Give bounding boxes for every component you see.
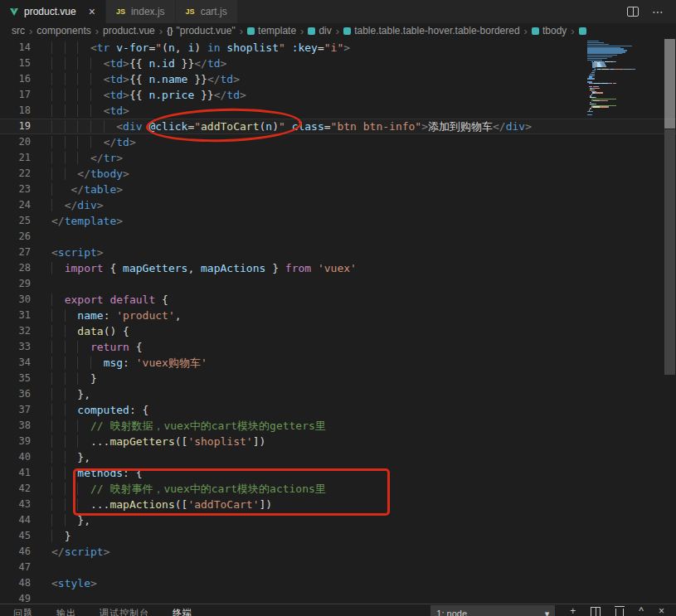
line-number[interactable]: 30 (0, 292, 31, 308)
more-actions-icon[interactable]: ⋯ (652, 7, 664, 17)
line-number[interactable]: 34 (0, 355, 31, 371)
close-icon[interactable]: × (89, 5, 95, 18)
panel-tab-终端[interactable]: 终端 (173, 607, 192, 616)
line-number[interactable]: 18 (0, 103, 31, 119)
breadcrumb-item-table.table.table-hover.table-bordered[interactable]: table.table.table-hover.table-bordered (343, 25, 519, 36)
breadcrumb-item-div[interactable]: div (308, 25, 331, 36)
code-line[interactable]: </template> (51, 213, 532, 229)
code-line[interactable]: } (51, 371, 532, 386)
breadcrumb-label: "product.vue" (176, 25, 235, 36)
code-line[interactable]: msg: 'vuex购物车' (51, 355, 532, 371)
chevron-up-icon[interactable]: ^ (639, 605, 644, 616)
panel-tab-问题[interactable]: 问题 (13, 607, 33, 616)
line-number[interactable]: 17 (0, 87, 31, 103)
split-terminal-icon[interactable] (591, 607, 601, 616)
split-editor-icon[interactable] (627, 7, 639, 17)
code-line[interactable]: } (51, 528, 532, 544)
panel-tab-调试控制台[interactable]: 调试控制台 (100, 607, 149, 616)
breadcrumb-item-components[interactable]: components (36, 25, 90, 36)
trash-icon[interactable] (615, 609, 624, 616)
code-line[interactable]: // 映射数据，vuex中的cart模块的getters里 (51, 418, 532, 434)
line-number[interactable]: 32 (0, 323, 31, 339)
tab-index.js[interactable]: JSindex.js (106, 0, 176, 23)
line-numbers[interactable]: 1415161718192021222324252627282930313233… (0, 40, 38, 604)
code-line[interactable]: <style> (51, 575, 532, 591)
code-line[interactable] (51, 276, 532, 292)
code-line[interactable]: ...mapGetters(['shoplist']) (51, 434, 532, 449)
editor[interactable]: 1415161718192021222324252627282930313233… (0, 38, 676, 604)
line-number[interactable]: 23 (0, 182, 31, 197)
tab-cart.js[interactable]: JScart.js (176, 0, 238, 23)
code-line[interactable]: }, (51, 449, 532, 465)
token (311, 262, 318, 274)
line-number[interactable]: 46 (0, 544, 31, 560)
code-line[interactable]: import { mapGetters, mapActions } from '… (51, 260, 532, 276)
minimap-segment (594, 78, 595, 79)
breadcrumb-item-src[interactable]: src (12, 25, 25, 36)
line-number[interactable]: 27 (0, 245, 31, 260)
line-number[interactable]: 15 (0, 56, 31, 71)
line-number[interactable]: 29 (0, 276, 31, 292)
minimap[interactable] (585, 41, 661, 118)
line-number[interactable]: 49 (0, 591, 31, 604)
line-number[interactable]: 14 (0, 40, 31, 56)
line-number[interactable]: 26 (0, 229, 31, 245)
line-number[interactable]: 40 (0, 449, 31, 465)
line-number[interactable]: 41 (0, 465, 31, 481)
code-line[interactable]: <td>{{ n.id }}</td> (51, 56, 532, 71)
line-number[interactable]: 47 (0, 560, 31, 575)
code-line[interactable]: </table> (51, 182, 532, 197)
code-line[interactable]: <tr v-for="(n, i) in shoplist" :key="i"> (51, 40, 532, 56)
line-number[interactable]: 21 (0, 150, 31, 166)
code-line[interactable]: name: 'product', (51, 308, 532, 323)
code-line[interactable]: </div> (51, 197, 532, 213)
breadcrumb-item-tbody[interactable]: tbody (532, 25, 567, 36)
code-line[interactable]: <td>{{ n.name }}</td> (51, 71, 532, 87)
line-number[interactable]: 44 (0, 512, 31, 528)
line-number[interactable]: 37 (0, 402, 31, 418)
minimap-segment (594, 74, 595, 75)
line-number[interactable]: 33 (0, 339, 31, 355)
code-line[interactable]: <td>{{ n.price }}</td> (51, 87, 532, 103)
code-line[interactable]: <script> (51, 245, 532, 260)
code-line[interactable] (51, 560, 532, 575)
line-number[interactable]: 20 (0, 134, 31, 150)
code-line[interactable] (51, 591, 532, 604)
panel-tab-输出[interactable]: 输出 (56, 607, 76, 616)
code-line[interactable]: </td> (51, 134, 532, 150)
line-number[interactable]: 28 (0, 260, 31, 276)
code-line[interactable]: </tr> (51, 150, 532, 166)
breadcrumb-item-"product.vue"[interactable]: {}"product.vue" (167, 25, 236, 36)
line-number[interactable]: 24 (0, 197, 31, 213)
line-number[interactable]: 43 (0, 497, 31, 512)
code-line[interactable]: </tbody> (51, 166, 532, 182)
code-line[interactable]: export default { (51, 292, 532, 308)
code-line[interactable]: computed: { (51, 402, 532, 418)
line-number[interactable]: 25 (0, 213, 31, 229)
line-number[interactable]: 36 (0, 386, 31, 402)
line-number[interactable]: 45 (0, 528, 31, 544)
terminal-select[interactable]: 1: node ▾ (430, 605, 555, 616)
breadcrumb-item-product.vue[interactable]: product.vue (103, 25, 155, 36)
code-line[interactable]: </script> (51, 544, 532, 560)
code-line[interactable]: data() { (51, 323, 532, 339)
line-number[interactable]: 39 (0, 434, 31, 449)
close-icon[interactable]: × (659, 605, 664, 616)
line-number[interactable]: 16 (0, 71, 31, 87)
line-number[interactable]: 19 (0, 119, 31, 134)
breadcrumb-item-partial[interactable] (579, 27, 586, 35)
code-line[interactable]: return { (51, 339, 532, 355)
line-number[interactable]: 42 (0, 481, 31, 497)
breadcrumb-item-template[interactable]: template (247, 25, 296, 36)
line-number[interactable]: 38 (0, 418, 31, 434)
line-number[interactable]: 35 (0, 371, 31, 386)
indent-guide (65, 167, 78, 180)
code-line[interactable]: }, (51, 386, 532, 402)
vertical-scrollbar[interactable] (664, 129, 675, 375)
plus-icon[interactable]: + (570, 605, 576, 616)
line-number[interactable]: 22 (0, 166, 31, 182)
line-number[interactable]: 31 (0, 308, 31, 323)
line-number[interactable]: 48 (0, 575, 31, 591)
tab-product.vue[interactable]: product.vue× (0, 0, 106, 23)
code-line[interactable] (51, 229, 532, 245)
